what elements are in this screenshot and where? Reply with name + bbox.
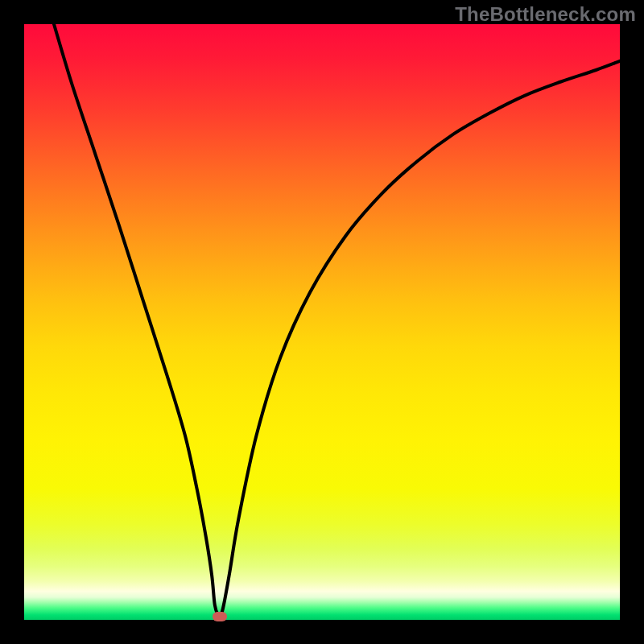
- optimum-marker: [213, 612, 227, 621]
- bottleneck-curve: [54, 24, 620, 617]
- watermark-text: TheBottleneck.com: [455, 3, 636, 26]
- curve-layer: [24, 24, 620, 620]
- chart-frame: TheBottleneck.com: [0, 0, 644, 644]
- plot-area: [24, 24, 620, 620]
